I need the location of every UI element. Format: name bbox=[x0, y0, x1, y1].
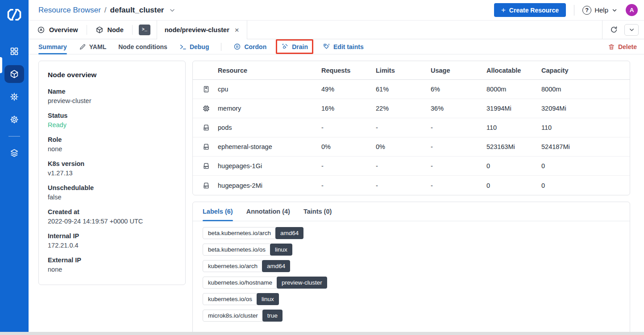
terminal-prompt-icon bbox=[179, 43, 187, 50]
tab-summary[interactable]: Summary bbox=[38, 43, 67, 50]
table-header-row: Resource Requests Limits Usage Allocatab… bbox=[193, 61, 630, 80]
table-row[interactable]: cpu 49% 61% 6% 8000m 8000m bbox=[193, 80, 630, 99]
breadcrumb-separator: / bbox=[104, 6, 107, 15]
delete-button[interactable]: Delete bbox=[608, 43, 637, 50]
toolbar-divider bbox=[221, 43, 221, 51]
labels-tab-bar: Labels (6) Annotation (4) Taints (0) bbox=[193, 202, 630, 221]
edit-taints-label: Edit taints bbox=[333, 43, 364, 50]
sidebar-item-apps[interactable] bbox=[4, 42, 24, 60]
cordon-label: Cordon bbox=[244, 43, 266, 50]
field-name: Name preview-cluster bbox=[48, 88, 176, 104]
table-row[interactable]: pods - - - 110 110 bbox=[193, 118, 630, 137]
plus-icon: + bbox=[501, 6, 506, 14]
layers-icon bbox=[9, 148, 19, 158]
resource-name: cpu bbox=[218, 86, 321, 93]
active-tab-label: node/preview-cluster bbox=[165, 26, 229, 33]
sidebar-item-resource-browser[interactable] bbox=[4, 65, 24, 83]
pencil-icon bbox=[79, 43, 86, 50]
terminal-icon: >_ bbox=[142, 27, 147, 32]
question-circle-icon: ? bbox=[582, 6, 591, 15]
sidebar-item-helm[interactable] bbox=[4, 88, 24, 106]
tab-node-preview-cluster[interactable]: node/preview-cluster × bbox=[157, 21, 247, 39]
terminal-button[interactable]: >_ bbox=[139, 25, 150, 35]
content-area: Node overview Name preview-cluster Statu… bbox=[29, 54, 644, 335]
tab-node[interactable]: Node bbox=[87, 21, 132, 39]
tag-icon bbox=[323, 43, 330, 50]
tab-node-label: Node bbox=[108, 26, 124, 33]
cordon-button[interactable]: Cordon bbox=[233, 43, 266, 50]
edit-taints-button[interactable]: Edit taints bbox=[323, 43, 364, 50]
close-icon[interactable]: × bbox=[235, 26, 239, 34]
drain-button[interactable]: Drain bbox=[281, 43, 308, 50]
table-row[interactable]: memory 16% 22% 36% 31994Mi 32094Mi bbox=[193, 99, 630, 118]
tab-taints[interactable]: Taints (0) bbox=[303, 202, 332, 221]
panel-title: Node overview bbox=[48, 71, 176, 79]
breadcrumb-resource-browser[interactable]: Resource Browser bbox=[38, 6, 101, 15]
help-label: Help bbox=[594, 6, 608, 14]
label-chip: kubernetes.io/os linux bbox=[203, 293, 279, 305]
col-usage: Usage bbox=[431, 67, 486, 74]
cpu-icon bbox=[193, 85, 218, 93]
horizontal-scrollbar-track[interactable] bbox=[0, 332, 644, 335]
cube-icon bbox=[9, 69, 19, 79]
help-chevron-down-icon bbox=[611, 7, 618, 13]
right-column: Resource Requests Limits Usage Allocatab… bbox=[192, 61, 630, 335]
field-internal-ip: Internal IP 172.21.0.4 bbox=[48, 232, 176, 249]
storage-icon bbox=[193, 162, 218, 170]
resource-name: hugepages-2Mi bbox=[218, 182, 321, 189]
refresh-icon bbox=[610, 25, 618, 34]
tab-strip: Overview Node >_ node/preview-cluster × bbox=[29, 20, 644, 39]
tab-overview-label: Overview bbox=[49, 26, 78, 33]
storage-icon bbox=[193, 143, 218, 151]
table-row[interactable]: hugepages-2Mi - - - 0 0 bbox=[193, 176, 630, 195]
yaml-button[interactable]: YAML bbox=[79, 43, 106, 50]
label-chip: beta.kubernetes.io/arch amd64 bbox=[203, 227, 303, 239]
cluster-chevron-down-icon[interactable] bbox=[169, 7, 176, 14]
storage-icon bbox=[193, 182, 218, 190]
app-logo-icon[interactable] bbox=[6, 7, 22, 23]
brush-icon bbox=[281, 43, 289, 50]
node-overview-panel: Node overview Name preview-cluster Statu… bbox=[38, 61, 186, 285]
table-row[interactable]: ephemeral-storage 0% 0% - 523163Mi 52418… bbox=[193, 137, 630, 157]
label-chip: kubernetes.io/arch amd64 bbox=[203, 260, 290, 272]
cluster-name[interactable]: default_cluster bbox=[110, 6, 164, 15]
field-role: Role none bbox=[48, 136, 176, 153]
debug-label: Debug bbox=[190, 43, 209, 50]
tab-annotation[interactable]: Annotation (4) bbox=[246, 202, 290, 221]
tab-list-dropdown-button[interactable] bbox=[624, 24, 639, 36]
kubernetes-wheel-icon bbox=[37, 26, 45, 34]
col-allocatable: Allocatable bbox=[486, 67, 541, 74]
sidebar-item-layers[interactable] bbox=[4, 144, 24, 162]
debug-button[interactable]: Debug bbox=[179, 43, 209, 50]
gear-icon bbox=[9, 115, 19, 124]
field-created-at: Created at 2022-09-24 14:19:57 +0000 UTC bbox=[48, 208, 176, 225]
tab-labels[interactable]: Labels (6) bbox=[203, 202, 233, 221]
col-requests: Requests bbox=[321, 67, 376, 74]
main-area: Resource Browser / default_cluster + Cre… bbox=[29, 0, 644, 335]
field-external-ip: External IP none bbox=[48, 256, 176, 273]
tab-strip-spacer bbox=[247, 21, 602, 39]
help-menu[interactable]: ? Help bbox=[582, 6, 618, 15]
status-badge: Ready bbox=[48, 121, 176, 128]
yaml-label: YAML bbox=[89, 43, 106, 50]
resource-table-panel: Resource Requests Limits Usage Allocatab… bbox=[192, 61, 630, 195]
avatar[interactable]: A bbox=[626, 4, 638, 16]
highlight-annotation: Drain bbox=[276, 39, 313, 54]
top-header: Resource Browser / default_cluster + Cre… bbox=[29, 0, 644, 20]
resource-name: pods bbox=[218, 124, 321, 131]
labels-panel: Labels (6) Annotation (4) Taints (0) bet… bbox=[192, 202, 630, 335]
tab-overview[interactable]: Overview bbox=[29, 21, 87, 39]
sidebar-item-settings[interactable] bbox=[4, 111, 24, 128]
table-row[interactable]: hugepages-1Gi - - - 0 0 bbox=[193, 157, 630, 176]
refresh-button[interactable] bbox=[608, 24, 620, 36]
resource-name: ephemeral-storage bbox=[218, 143, 321, 150]
tab-divider bbox=[132, 25, 133, 35]
create-resource-button[interactable]: + Create Resource bbox=[494, 3, 566, 17]
sidebar-divider bbox=[8, 136, 20, 136]
header-divider bbox=[574, 5, 574, 16]
node-conditions-button[interactable]: Node conditions bbox=[118, 43, 167, 50]
field-k8s-version: K8s version v1.27.13 bbox=[48, 160, 176, 177]
field-unschedulable: Unschedulable false bbox=[48, 184, 176, 201]
sidebar bbox=[0, 0, 29, 335]
sidebar-resize-handle[interactable] bbox=[0, 57, 2, 73]
